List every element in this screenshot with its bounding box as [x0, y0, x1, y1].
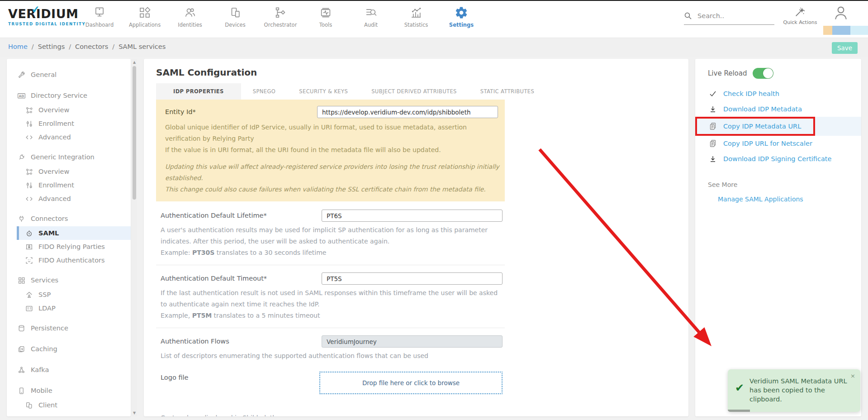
- nav-applications[interactable]: Applications: [122, 5, 167, 28]
- sidebar-item-ds-advanced[interactable]: Advanced: [7, 130, 131, 144]
- sidebar-item-gi-enrollment[interactable]: Enrollment: [7, 178, 131, 192]
- auth-default-timeout-input[interactable]: [322, 272, 503, 285]
- copy-icon: [709, 139, 717, 148]
- tab-subject-derived-attributes[interactable]: SUBJECT DERIVED ATTRIBUTES: [360, 83, 469, 100]
- nav-audit[interactable]: Audit: [348, 5, 394, 28]
- sidebar-item-mobile[interactable]: Mobile: [7, 383, 131, 398]
- see-more-label: See More: [695, 181, 861, 188]
- entity-id-input[interactable]: [317, 106, 498, 118]
- ad-badge-icon: AD: [17, 92, 26, 100]
- sidebar-item-caching[interactable]: Caching: [7, 341, 131, 357]
- breadcrumb-saml-services: SAML services: [119, 43, 166, 50]
- logo-file-dropzone[interactable]: Drop file here or click to browse: [319, 372, 503, 394]
- sidebar-item-server[interactable]: Server: [7, 412, 131, 416]
- nav-settings[interactable]: Settings: [439, 5, 484, 28]
- scrollbar-thumb[interactable]: [133, 66, 136, 200]
- live-reload-toggle[interactable]: [753, 68, 773, 79]
- nav-orchestrator[interactable]: Orchestrator: [258, 5, 303, 28]
- sidebar-item-ds-overview[interactable]: Overview: [7, 103, 131, 117]
- plug-icon: [17, 153, 26, 161]
- nav-tools[interactable]: Tools: [303, 5, 348, 28]
- tab-security-keys[interactable]: SECURITY & KEYS: [287, 83, 360, 100]
- manage-saml-applications-link[interactable]: Manage SAML Applications: [695, 196, 861, 203]
- check-idp-health-link[interactable]: Check IDP health: [695, 86, 861, 101]
- sidebar-item-fido-authenticators[interactable]: FIDO Authenticators: [7, 253, 131, 267]
- database-icon: [17, 325, 26, 332]
- copy-idp-url-netscaler-link[interactable]: Copy IDP URL for Netscaler: [695, 136, 861, 151]
- plug-icon: [17, 215, 26, 223]
- scroll-up-icon[interactable]: ▲: [132, 60, 137, 64]
- breadcrumb: Home / Settings / Conectors / SAML servi…: [8, 43, 166, 50]
- sidebar-item-ds-enrollment[interactable]: Enrollment: [7, 117, 131, 130]
- wrench-icon: [17, 71, 26, 79]
- entity-id-warning-text: Updating this value will affect already-…: [165, 161, 500, 195]
- copy-idp-metadata-url-link[interactable]: Copy IDP Metadata URL: [695, 117, 861, 136]
- breadcrumb-bar: Home / Settings / Conectors / SAML servi…: [0, 38, 868, 57]
- people-icon: [167, 5, 213, 21]
- scroll-down-icon[interactable]: ▼: [132, 411, 137, 415]
- sidebar-item-kafka[interactable]: Kafka: [7, 362, 131, 377]
- search-input[interactable]: [697, 12, 765, 19]
- settings-sidebar: General AD Directory Service Overview En…: [7, 59, 131, 416]
- sidebar-item-persistence[interactable]: Persistence: [7, 320, 131, 336]
- success-check-icon: ✔: [735, 382, 744, 404]
- check-icon: [709, 90, 717, 98]
- sidebar-item-saml[interactable]: SAML: [17, 226, 131, 240]
- sidebar-scrollbar[interactable]: ▲ ▼: [132, 59, 137, 416]
- tab-static-attributes[interactable]: STATIC ATTRIBUTES: [469, 83, 546, 100]
- sidebar-item-gi-overview[interactable]: Overview: [7, 165, 131, 178]
- auth-default-lifetime-description: A user's authentication results may be u…: [161, 224, 505, 258]
- sidebar-item-gi-advanced[interactable]: Advanced: [7, 192, 131, 205]
- cache-icon: [17, 345, 26, 353]
- magic-wand-icon: [779, 5, 821, 18]
- mobile-icon: [17, 387, 26, 395]
- breadcrumb-home[interactable]: Home: [8, 43, 28, 50]
- nav-statistics[interactable]: Statistics: [394, 5, 439, 28]
- svg-text:AD: AD: [19, 94, 24, 98]
- sidebar-item-generic-integration[interactable]: Generic Integration: [7, 149, 131, 165]
- server-icon: [25, 415, 33, 417]
- nav-dashboard[interactable]: Dashboard: [77, 5, 122, 28]
- download-idp-metadata-link[interactable]: Download IDP Metadata: [695, 101, 861, 117]
- sidebar-item-ssp[interactable]: SSP: [7, 288, 131, 301]
- search-icon: [684, 12, 692, 20]
- list-search-icon: [348, 5, 394, 21]
- page-title: SAML Configuration: [156, 66, 688, 79]
- divider: [156, 328, 505, 328]
- app-header: VERIDIUM✔ TRUSTED DIGITAL IDENTITY Dashb…: [0, 1, 868, 38]
- entity-id-description: Global unique identifier of IdP Service,…: [165, 122, 500, 156]
- toast-close-icon[interactable]: ×: [850, 372, 855, 379]
- logo-file-label: Logo file: [161, 372, 188, 384]
- entity-id-label: Entity Id*: [165, 106, 196, 118]
- code-icon: [25, 134, 33, 141]
- quick-actions-button[interactable]: Quick Actions: [779, 5, 821, 25]
- tab-idp-properties[interactable]: IDP PROPERTIES: [156, 83, 241, 100]
- profile-color-strip: [823, 26, 868, 35]
- breadcrumb-settings[interactable]: Settings: [38, 43, 65, 50]
- sidebar-item-ldap[interactable]: LDAP: [7, 301, 131, 315]
- auth-default-timeout-section: Authentication Default Timeout* If the l…: [156, 272, 505, 321]
- profile-avatar[interactable]: [832, 5, 849, 22]
- live-reload-label: Live Reload: [708, 69, 747, 77]
- tab-spnego[interactable]: SPNEGO: [241, 83, 287, 100]
- sidebar-item-client[interactable]: Client: [7, 398, 131, 412]
- breadcrumb-conectors[interactable]: Conectors: [75, 43, 108, 50]
- kafka-icon: [17, 366, 26, 374]
- nav-identities[interactable]: Identities: [167, 5, 213, 28]
- sidebar-item-directory-service[interactable]: AD Directory Service: [7, 88, 131, 103]
- sidebar-item-services[interactable]: Services: [7, 272, 131, 288]
- grid-diamond-icon: [122, 5, 167, 21]
- nav-devices[interactable]: Devices: [213, 5, 258, 28]
- top-strip: [0, 0, 868, 1]
- download-idp-signing-certificate-link[interactable]: Download IDP Signing Certificate: [695, 151, 861, 167]
- save-button[interactable]: Save: [832, 42, 858, 54]
- sidebar-item-connectors[interactable]: Connectors: [7, 211, 131, 226]
- devices-icon: [213, 5, 258, 21]
- auth-default-timeout-description: If the last authentication result is not…: [161, 287, 505, 321]
- contact-card-icon: [25, 305, 33, 312]
- sidebar-item-fido-relying-parties[interactable]: FIDO Relying Parties: [7, 240, 131, 253]
- auth-default-lifetime-input[interactable]: [322, 210, 503, 222]
- authentication-flows-input: [322, 335, 503, 348]
- sidebar-item-general[interactable]: General: [7, 67, 131, 82]
- bar-chart-icon: [394, 5, 439, 21]
